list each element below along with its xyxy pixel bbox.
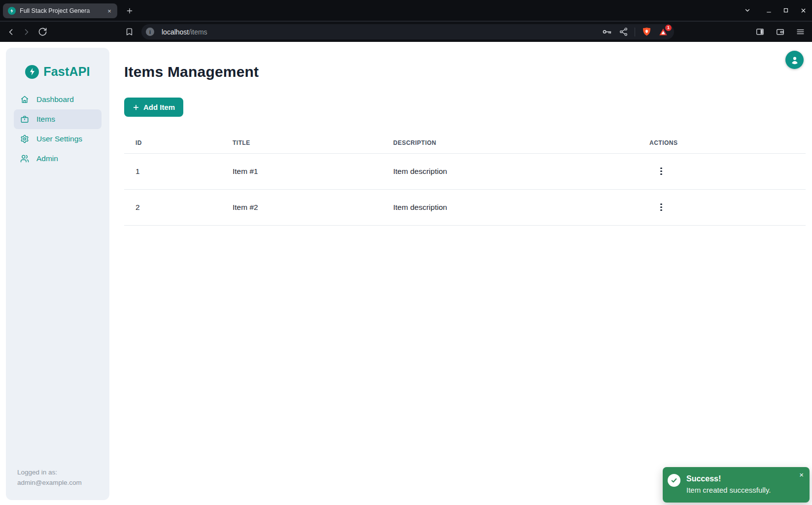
user-icon — [790, 55, 800, 65]
bookmark-icon[interactable] — [122, 25, 136, 39]
row-actions-kebab-icon[interactable] — [655, 200, 668, 215]
items-table: ID TITLE DESCRIPTION ACTIONS 1 Item #1 I… — [124, 133, 806, 226]
menu-hamburger-icon[interactable] — [793, 25, 807, 39]
tab-close-icon[interactable]: × — [105, 6, 114, 15]
cell-title: Item #2 — [221, 189, 382, 225]
toast-title: Success! — [686, 473, 771, 484]
check-circle-icon — [668, 474, 680, 487]
cell-actions — [638, 189, 806, 225]
minimize-icon[interactable] — [764, 5, 774, 15]
back-icon[interactable] — [4, 25, 18, 39]
sidebar-item-label: User Settings — [36, 135, 82, 143]
address-bar[interactable]: i localhost/items 1 — [141, 24, 674, 39]
divider — [635, 28, 635, 36]
success-toast: Success! Item created successfully. × — [663, 467, 810, 503]
cell-id: 2 — [124, 189, 221, 225]
toast-body: Success! Item created successfully. — [686, 473, 771, 496]
cell-id: 1 — [124, 153, 221, 189]
fastapi-logo-icon — [25, 65, 39, 79]
url-host: localhost — [162, 28, 189, 36]
fastapi-favicon-icon — [8, 7, 16, 15]
toast-message: Item created successfully. — [686, 484, 771, 496]
browser-toolbar: i localhost/items 1 — [0, 21, 812, 42]
toast-close-icon[interactable]: × — [799, 471, 804, 479]
cell-actions — [638, 153, 806, 189]
forward-icon[interactable] — [20, 25, 34, 39]
cell-title: Item #1 — [221, 153, 382, 189]
tab-search-chevron-icon[interactable] — [743, 5, 752, 15]
brave-shield-icon[interactable] — [642, 27, 652, 37]
user-avatar-button[interactable] — [785, 51, 804, 69]
url-path: /items — [189, 28, 207, 36]
brave-rewards-icon[interactable]: 1 — [658, 27, 668, 37]
url-text: localhost/items — [162, 28, 207, 36]
gear-icon — [20, 135, 29, 143]
table-row: 2 Item #2 Item description — [124, 189, 806, 225]
row-actions-kebab-icon[interactable] — [655, 164, 668, 179]
address-bar-actions: 1 — [602, 27, 668, 37]
sidebar-item-admin[interactable]: Admin — [14, 149, 102, 168]
maximize-icon[interactable] — [781, 5, 791, 15]
sidebar-item-label: Dashboard — [36, 95, 74, 104]
sidebar-item-label: Admin — [36, 154, 58, 163]
column-header-description: DESCRIPTION — [382, 133, 638, 153]
table-row: 1 Item #1 Item description — [124, 153, 806, 189]
side-panel-icon[interactable] — [753, 25, 767, 39]
users-icon — [20, 154, 29, 163]
column-header-actions: ACTIONS — [638, 133, 806, 153]
table-header-row: ID TITLE DESCRIPTION ACTIONS — [124, 133, 806, 153]
close-window-icon[interactable] — [798, 5, 808, 15]
reload-icon[interactable] — [35, 25, 49, 39]
sidebar-nav: Dashboard Items User Settings Admin — [6, 90, 109, 168]
page: FastAPI Dashboard Items User Settings Ad… — [0, 42, 812, 505]
wallet-icon[interactable] — [773, 25, 787, 39]
tab-title: Full Stack Project Genera — [20, 7, 103, 14]
sidebar-item-user-settings[interactable]: User Settings — [14, 129, 102, 149]
sidebar-item-items[interactable]: Items — [14, 109, 102, 129]
column-header-title: TITLE — [221, 133, 382, 153]
logged-in-status: Logged in as: admin@example.com — [6, 467, 109, 500]
sidebar-item-dashboard[interactable]: Dashboard — [14, 90, 102, 109]
sidebar-item-label: Items — [36, 115, 55, 124]
rewards-badge: 1 — [665, 25, 672, 31]
add-item-label: Add Item — [143, 103, 175, 111]
sidebar: FastAPI Dashboard Items User Settings Ad… — [6, 48, 109, 500]
site-info-icon[interactable]: i — [146, 28, 154, 36]
toolbar-right-actions — [753, 22, 812, 42]
cell-description: Item description — [382, 189, 638, 225]
cell-description: Item description — [382, 153, 638, 189]
share-icon[interactable] — [619, 27, 628, 36]
brand-name: FastAPI — [43, 65, 90, 79]
home-icon — [20, 95, 29, 104]
logged-in-email: admin@example.com — [17, 477, 98, 488]
plus-icon — [133, 104, 139, 111]
window-controls — [743, 0, 812, 21]
briefcase-icon — [20, 115, 29, 124]
browser-tab[interactable]: Full Stack Project Genera × — [3, 3, 117, 18]
logged-in-label: Logged in as: — [17, 467, 98, 477]
passwords-key-icon[interactable] — [602, 27, 612, 37]
fastapi-brand: FastAPI — [25, 65, 90, 79]
main-content: Items Management Add Item ID TITLE DESCR… — [124, 42, 806, 226]
add-item-button[interactable]: Add Item — [124, 98, 183, 117]
new-tab-button[interactable] — [122, 3, 137, 18]
column-header-id: ID — [124, 133, 221, 153]
browser-titlebar: Full Stack Project Genera × — [0, 0, 812, 21]
page-title: Items Management — [124, 64, 806, 80]
